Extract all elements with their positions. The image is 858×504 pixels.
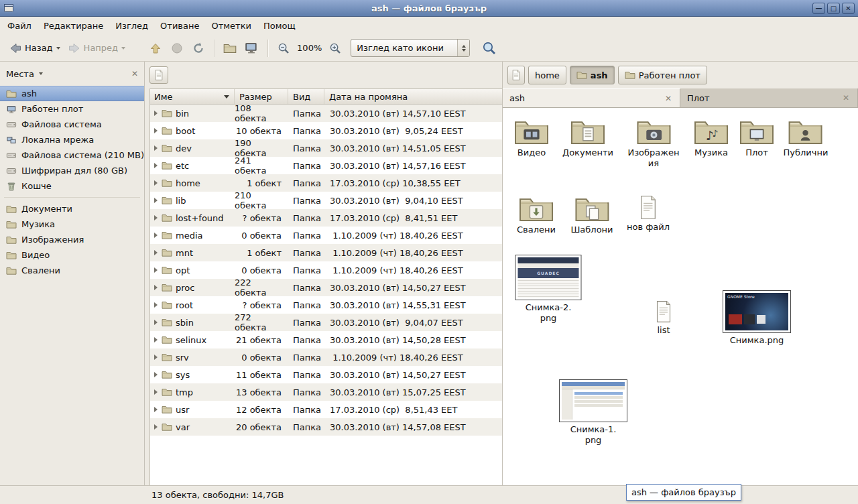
icon-item-new-file[interactable]: нов файл (627, 195, 670, 233)
expander-icon[interactable] (154, 128, 158, 133)
maximize-button[interactable]: □ (827, 3, 840, 14)
expander-icon[interactable] (154, 250, 158, 255)
icon-item-snimka[interactable]: GNOME StoreСнимка.png (723, 290, 791, 346)
sidebar-item-pictures[interactable]: Изображения (0, 232, 144, 247)
table-row[interactable]: opt0 обектаПапка 1.10.2009 (чт) 18,40,26… (150, 261, 502, 279)
icon-item-documents[interactable]: Документи (562, 117, 613, 158)
expander-icon[interactable] (154, 180, 158, 186)
expander-icon[interactable] (154, 355, 158, 360)
sidebar-item-downloads[interactable]: Свалени (0, 263, 144, 278)
table-row[interactable]: proc222 обектаПапка30.03.2010 (вт) 14,50… (150, 279, 502, 296)
sidebar-item-filesystem-210mb[interactable]: Файлова система (210 MB) (0, 147, 144, 163)
expander-icon[interactable] (154, 215, 158, 220)
menu-item-4[interactable]: Отметки (205, 17, 257, 34)
column-header-name[interactable]: Име (150, 89, 235, 104)
path-button-home[interactable]: home (528, 66, 566, 84)
sidebar-item-video[interactable]: Видео (0, 247, 144, 263)
table-row[interactable]: sys11 обектаПапка30.03.2010 (вт) 14,50,2… (150, 366, 502, 383)
expander-icon[interactable] (154, 389, 158, 395)
table-row[interactable]: usr12 обектаПапка17.03.2010 (ср) 8,51,43… (150, 401, 502, 418)
expander-icon[interactable] (154, 337, 158, 342)
icon-item-snimka-2[interactable]: GUADECСнимка-2. png (515, 255, 582, 324)
list-pane-location-button[interactable] (149, 66, 168, 84)
table-row[interactable]: home1 обектПапка17.03.2010 (ср) 10,38,55… (150, 174, 502, 192)
view-selector[interactable]: Изглед като икони (351, 39, 470, 57)
icon-item-downloads[interactable]: Свалени (517, 194, 556, 235)
table-row[interactable]: media0 обектаПапка 1.10.2009 (чт) 18,40,… (150, 227, 502, 244)
table-row[interactable]: tmp13 обектаПапка30.03.2010 (вт) 15,07,2… (150, 383, 502, 401)
icon-item-templates[interactable]: Шаблони (570, 194, 613, 235)
icon-item-public[interactable]: Публични (784, 117, 829, 158)
table-row[interactable]: sbin272 обектаПапка30.03.2010 (вт) 9,04,… (150, 314, 502, 331)
menu-item-0[interactable]: Файл (1, 17, 38, 34)
icon-item-pictures[interactable]: Изображен ия (627, 117, 679, 170)
close-button[interactable]: ✕ (842, 3, 855, 14)
menu-item-5[interactable]: Помощ (257, 17, 302, 34)
table-row[interactable]: root? обектаПапка30.03.2010 (вт) 14,55,3… (150, 296, 502, 314)
expander-icon[interactable] (154, 145, 158, 151)
tab-close-icon[interactable]: ✕ (841, 93, 851, 103)
sidebar-item-encrypted-80gb[interactable]: Шифриран дял (80 GB) (0, 163, 144, 178)
path-button-desktop[interactable]: Работен плот (618, 66, 707, 84)
table-row[interactable]: bin108 обектаПапка30.03.2010 (вт) 14,57,… (150, 105, 502, 122)
table-row[interactable]: etc241 обектаПапка30.03.2010 (вт) 14,57,… (150, 157, 502, 174)
expander-icon[interactable] (154, 267, 158, 273)
sidebar-item-music[interactable]: Музика (0, 216, 144, 232)
table-row[interactable]: mnt1 обектПапка 1.10.2009 (чт) 18,40,26 … (150, 244, 502, 261)
tab-desktop[interactable]: Плот✕ (680, 88, 858, 107)
sidebar-selector-chevron-icon[interactable] (39, 72, 43, 75)
sidebar-item-filesystem[interactable]: Файлова система (0, 117, 144, 132)
reload-button[interactable] (188, 38, 209, 58)
sidebar-item-documents[interactable]: Документи (0, 201, 144, 216)
column-header-type[interactable]: Вид (288, 89, 324, 104)
view-selector-spinner-icon[interactable] (457, 40, 469, 56)
menu-item-1[interactable]: Редактиране (38, 17, 109, 34)
expander-icon[interactable] (154, 407, 158, 412)
minimize-button[interactable]: — (812, 3, 825, 14)
sidebar-item-desktop[interactable]: Работен плот (0, 101, 144, 117)
menu-item-3[interactable]: Отиване (154, 17, 205, 34)
sidebar-item-trash[interactable]: Кошче (0, 178, 144, 194)
sidebar-item-ash[interactable]: ash (0, 86, 144, 101)
expander-icon[interactable] (154, 372, 158, 377)
icon-view[interactable]: ВидеоДокументиИзображен ия♪♪МузикаПлотПу… (503, 108, 858, 485)
icon-item-list[interactable]: list (654, 300, 673, 336)
table-row[interactable]: dev190 обектаПапка30.03.2010 (вт) 14,51,… (150, 139, 502, 157)
table-row[interactable]: boot10 обектаПапка30.03.2010 (вт) 9,05,2… (150, 122, 502, 139)
back-button[interactable]: Назад (5, 38, 64, 58)
stop-button[interactable] (166, 38, 188, 58)
sidebar-title[interactable]: Места (6, 69, 34, 79)
tab-ash[interactable]: ash✕ (503, 88, 680, 107)
search-button[interactable] (478, 38, 501, 59)
path-button-ash[interactable]: ash (570, 66, 615, 84)
expander-icon[interactable] (154, 285, 158, 290)
expander-icon[interactable] (154, 163, 158, 168)
sidebar-close-icon[interactable]: ✕ (131, 69, 138, 78)
icon-item-music[interactable]: ♪♪Музика (694, 117, 729, 158)
sidebar-item-local-network[interactable]: Локална мрежа (0, 132, 144, 147)
icon-item-desktop[interactable]: Плот (739, 117, 774, 158)
expander-icon[interactable] (154, 111, 158, 116)
table-row[interactable]: srv0 обектаПапка 1.10.2009 (чт) 18,40,26… (150, 349, 502, 366)
computer-button[interactable] (240, 38, 263, 58)
up-button[interactable] (145, 38, 166, 58)
expander-icon[interactable] (154, 424, 158, 430)
expander-icon[interactable] (154, 233, 158, 238)
icon-item-snimka-1[interactable]: Снимка-1. png (559, 379, 627, 446)
zoom-out-button[interactable] (273, 39, 294, 58)
column-header-date[interactable]: Дата на промяна (324, 89, 502, 104)
titlebar[interactable]: ash — файлов браузър — □ ✕ (0, 0, 858, 17)
taskbar-window-button[interactable]: ash — файлов браузър (626, 484, 741, 501)
table-row[interactable]: var20 обектаПапка30.03.2010 (вт) 14,57,0… (150, 418, 502, 436)
tab-close-icon[interactable]: ✕ (664, 94, 673, 103)
expander-icon[interactable] (154, 302, 158, 308)
expander-icon[interactable] (154, 198, 158, 203)
menu-item-2[interactable]: Изглед (109, 17, 154, 34)
table-row[interactable]: selinux21 обектаПапка30.03.2010 (вт) 14,… (150, 331, 502, 349)
home-button[interactable] (220, 39, 240, 58)
table-row[interactable]: lost+found? обектаПапка17.03.2010 (ср) 8… (150, 209, 502, 227)
icon-item-video[interactable]: Видео (514, 117, 549, 158)
column-header-size[interactable]: Размер (235, 89, 288, 104)
forward-button[interactable]: Напред (64, 38, 129, 58)
table-row[interactable]: lib210 обектаПапка30.03.2010 (вт) 9,04,1… (150, 192, 502, 209)
